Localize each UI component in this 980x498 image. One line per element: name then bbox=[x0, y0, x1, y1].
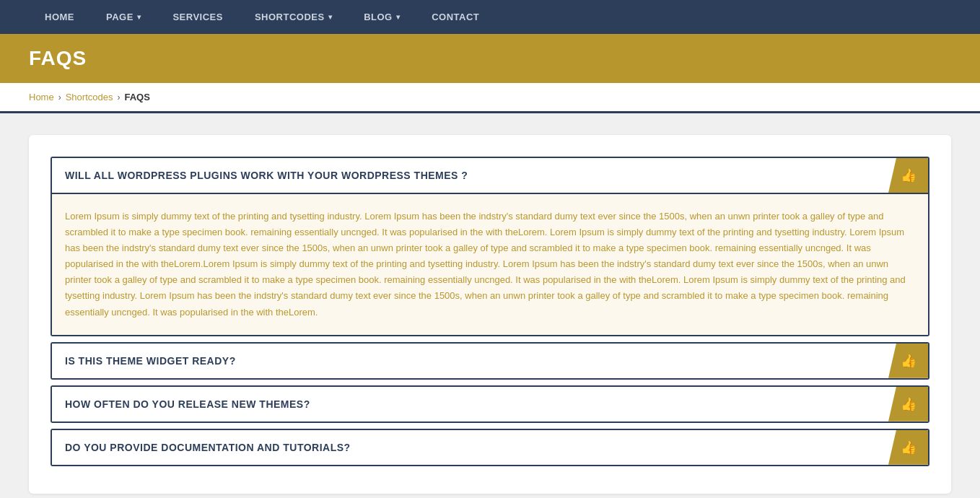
faq-header[interactable]: IS THIS THEME WIDGET READY?👍 bbox=[52, 344, 928, 378]
nav-item-page[interactable]: PAGE▾ bbox=[90, 0, 157, 34]
faq-body: Lorem Ipsum is simply dummy text of the … bbox=[52, 193, 928, 335]
chevron-down-icon: ▾ bbox=[328, 13, 333, 21]
main-nav: HOMEPAGE▾SERVICESSHORTCODES▾BLOG▾CONTACT bbox=[0, 0, 980, 34]
faq-question: HOW OFTEN DO YOU RELEASE NEW THEMES? bbox=[65, 398, 310, 410]
faq-header[interactable]: WILL ALL WORDPRESS PLUGINS WORK WITH YOU… bbox=[52, 158, 928, 193]
faq-icon-box: 👍 bbox=[888, 430, 928, 465]
thumb-up-icon: 👍 bbox=[901, 167, 916, 183]
faq-icon-box: 👍 bbox=[888, 158, 928, 193]
breadcrumb-sep-2: › bbox=[117, 92, 120, 102]
page-header: FAQS bbox=[0, 34, 980, 83]
faq-item: IS THIS THEME WIDGET READY?👍 bbox=[51, 342, 929, 380]
faq-question: DO YOU PROVIDE DOCUMENTATION AND TUTORIA… bbox=[65, 442, 351, 453]
chevron-down-icon: ▾ bbox=[396, 13, 401, 21]
faq-container: WILL ALL WORDPRESS PLUGINS WORK WITH YOU… bbox=[29, 135, 951, 494]
nav-item-home[interactable]: HOME bbox=[29, 0, 90, 34]
faq-answer-text: Lorem Ipsum is simply dummy text of the … bbox=[65, 209, 915, 320]
faq-item: HOW OFTEN DO YOU RELEASE NEW THEMES?👍 bbox=[51, 385, 929, 423]
faq-header[interactable]: DO YOU PROVIDE DOCUMENTATION AND TUTORIA… bbox=[52, 430, 928, 465]
faq-item: DO YOU PROVIDE DOCUMENTATION AND TUTORIA… bbox=[51, 429, 929, 466]
nav-item-blog[interactable]: BLOG▾ bbox=[348, 0, 416, 34]
breadcrumb-sep-1: › bbox=[58, 92, 61, 102]
faq-question: IS THIS THEME WIDGET READY? bbox=[65, 355, 236, 367]
faq-header[interactable]: HOW OFTEN DO YOU RELEASE NEW THEMES?👍 bbox=[52, 387, 928, 421]
thumb-up-icon: 👍 bbox=[901, 396, 916, 412]
nav-item-services[interactable]: SERVICES bbox=[157, 0, 239, 34]
breadcrumb-current: FAQS bbox=[124, 92, 149, 102]
nav-item-shortcodes[interactable]: SHORTCODES▾ bbox=[239, 0, 348, 34]
faq-icon-box: 👍 bbox=[888, 344, 928, 378]
thumb-up-icon: 👍 bbox=[901, 440, 916, 455]
page-title: FAQS bbox=[29, 47, 951, 70]
chevron-down-icon: ▾ bbox=[137, 13, 141, 21]
breadcrumb: Home › Shortcodes › FAQS bbox=[0, 83, 980, 113]
faq-icon-box: 👍 bbox=[888, 387, 928, 421]
breadcrumb-home[interactable]: Home bbox=[29, 92, 54, 102]
faq-question: WILL ALL WORDPRESS PLUGINS WORK WITH YOU… bbox=[65, 170, 468, 181]
thumb-up-icon: 👍 bbox=[901, 353, 916, 369]
faq-list: WILL ALL WORDPRESS PLUGINS WORK WITH YOU… bbox=[51, 157, 929, 466]
breadcrumb-shortcodes[interactable]: Shortcodes bbox=[66, 92, 113, 102]
nav-item-contact[interactable]: CONTACT bbox=[416, 0, 495, 34]
faq-item: WILL ALL WORDPRESS PLUGINS WORK WITH YOU… bbox=[51, 157, 929, 336]
main-content: WILL ALL WORDPRESS PLUGINS WORK WITH YOU… bbox=[0, 113, 980, 498]
